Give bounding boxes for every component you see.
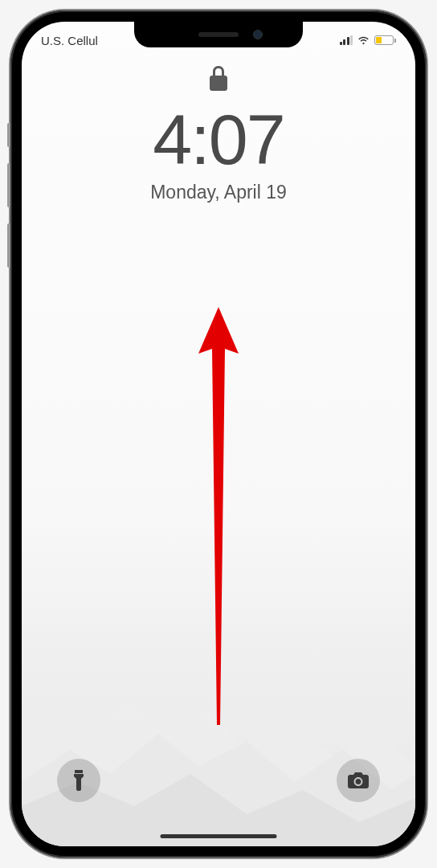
camera-button[interactable] (337, 759, 380, 802)
time-display: 4:07 (153, 104, 284, 175)
volume-up-button (7, 163, 10, 207)
status-indicators (340, 35, 397, 46)
date-display: Monday, April 19 (150, 182, 287, 203)
wifi-icon (357, 35, 370, 46)
volume-down-button (7, 223, 10, 268)
home-indicator[interactable] (161, 834, 277, 838)
phone-screen[interactable]: U.S. Cellul (22, 22, 415, 846)
phone-side-buttons (7, 123, 10, 284)
cellular-signal-icon (340, 35, 353, 45)
battery-icon (374, 35, 396, 45)
speaker (198, 32, 239, 37)
lock-screen-buttons (22, 759, 415, 802)
front-camera (253, 30, 263, 39)
camera-icon (348, 772, 369, 788)
battery-fill (376, 37, 382, 43)
lock-icon (209, 66, 228, 92)
carrier-label: U.S. Cellul (41, 34, 98, 47)
swipe-up-arrow-annotation (194, 307, 243, 725)
phone-device-frame: U.S. Cellul (10, 10, 427, 858)
phone-notch (134, 22, 303, 47)
silent-switch (7, 123, 10, 147)
flashlight-button[interactable] (57, 759, 100, 802)
flashlight-icon (71, 770, 87, 791)
lock-screen-content: 4:07 Monday, April 19 (22, 66, 415, 203)
